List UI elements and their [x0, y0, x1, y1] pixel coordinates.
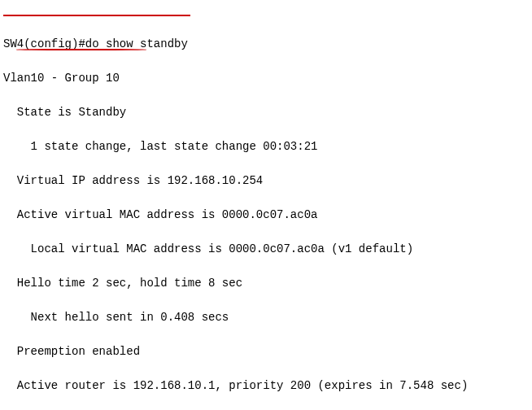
local-mac-line: Local virtual MAC address is 0000.0c07.a…: [3, 241, 529, 258]
active-mac-line: Active virtual MAC address is 0000.0c07.…: [3, 207, 529, 224]
highlight-state: [16, 49, 146, 50]
active-router-line: Active router is 192.168.10.1, priority …: [3, 377, 529, 395]
state-line: State is Standby: [3, 104, 529, 121]
hello-time-line: Hello time 2 sec, hold time 8 sec: [3, 275, 529, 292]
virtual-ip-line: Virtual IP address is 192.168.10.254: [3, 172, 529, 190]
next-hello-line: Next hello sent in 0.408 secs: [3, 309, 529, 326]
preemption-line: Preemption enabled: [3, 343, 529, 360]
group-header: Vlan10 - Group 10: [3, 70, 529, 87]
state-change-line: 1 state change, last state change 00:03:…: [3, 138, 529, 155]
highlight-command: [3, 15, 190, 16]
cli-output: SW4(config)#do show standby Vlan10 - Gro…: [0, 0, 532, 410]
